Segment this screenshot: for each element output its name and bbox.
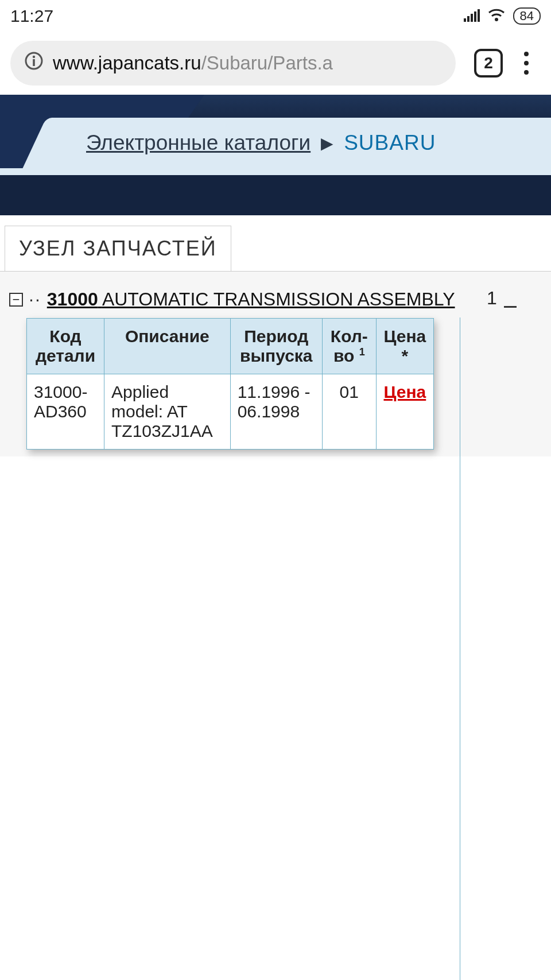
svg-point-7 (33, 56, 35, 58)
cell-qty: 01 (322, 374, 376, 450)
diagram-ref: 1 (456, 288, 548, 309)
url-text: www.japancats.ru/Subaru/Parts.a (53, 52, 333, 74)
breadcrumb-current: SUBARU (344, 131, 436, 155)
site-info-icon[interactable] (24, 51, 44, 75)
assembly-code: 31000 (47, 289, 98, 309)
cell-part-code: 31000-AD360 (27, 374, 104, 450)
signal-icon (464, 6, 480, 26)
browser-toolbar: www.japancats.ru/Subaru/Parts.a 2 (0, 32, 551, 95)
address-bar[interactable]: www.japancats.ru/Subaru/Parts.a (10, 41, 456, 86)
status-time: 11:27 (10, 6, 53, 26)
tree-collapse-icon[interactable]: − (9, 293, 23, 307)
assembly-link[interactable]: 31000 AUTOMATIC TRANSMISSION ASSEMBLY (47, 289, 455, 310)
breadcrumb-root-link[interactable]: Электронные каталоги (86, 131, 311, 155)
cell-price: Цена (376, 374, 433, 450)
breadcrumb: Электронные каталоги ▶ SUBARU (57, 118, 551, 168)
url-domain: www.japancats.ru (53, 52, 201, 73)
svg-rect-8 (33, 59, 35, 66)
svg-rect-1 (467, 16, 469, 22)
tab-switcher-button[interactable]: 2 (474, 49, 503, 78)
svg-rect-3 (474, 11, 476, 22)
th-qty: Кол-во 1 (322, 319, 376, 374)
diagram-ref-number: 1 (487, 288, 500, 309)
chevron-right-icon: ▶ (321, 134, 333, 153)
th-desc: Описание (104, 319, 231, 374)
cell-description: Applied model: AT TZ103ZJ1AA (104, 374, 231, 450)
th-code: Код детали (27, 319, 104, 374)
wifi-icon (488, 6, 505, 26)
price-link[interactable]: Цена (383, 382, 426, 401)
battery-indicator: 84 (513, 7, 541, 25)
table-row: 31000-AD360 Applied model: AT TZ103ZJ1AA… (27, 374, 434, 450)
tree-dots: ·· (29, 289, 41, 310)
header-separator (0, 168, 551, 215)
svg-rect-2 (471, 14, 473, 22)
svg-rect-0 (464, 18, 466, 22)
th-price: Цена * (376, 319, 433, 374)
more-menu-button[interactable] (512, 52, 541, 75)
site-header: Электронные каталоги ▶ SUBARU (0, 95, 551, 168)
url-path: /Subaru/Parts.a (201, 52, 333, 73)
cell-period: 11.1996 - 06.1998 (230, 374, 322, 450)
assembly-name: AUTOMATIC TRANSMISSION ASSEMBLY (102, 289, 455, 309)
diagram-divider (460, 317, 460, 980)
table-header-row: Код детали Описание Период выпуска Кол-в… (27, 319, 434, 374)
status-bar: 11:27 84 (0, 0, 551, 32)
svg-rect-4 (478, 9, 480, 22)
parts-table: Код детали Описание Период выпуска Кол-в… (26, 318, 434, 450)
page-content: УЗЕЛ ЗАПЧАСТЕЙ − ·· 31000 AUTOMATIC TRAN… (0, 215, 551, 973)
section-tab-title[interactable]: УЗЕЛ ЗАПЧАСТЕЙ (5, 226, 231, 271)
svg-point-5 (495, 18, 498, 21)
status-indicators: 84 (464, 6, 541, 26)
th-period: Период выпуска (230, 319, 322, 374)
